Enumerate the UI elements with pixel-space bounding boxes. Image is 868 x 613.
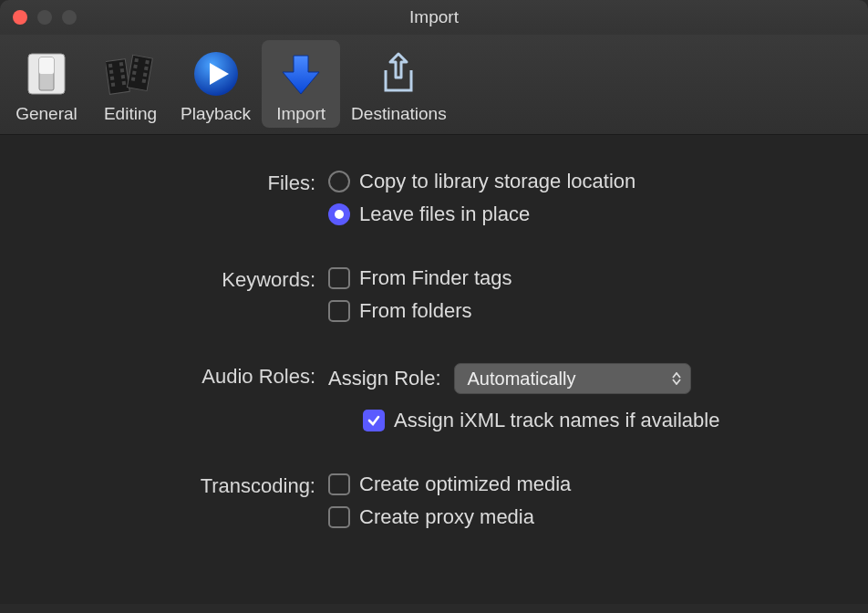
zoom-window-button[interactable] (62, 10, 77, 25)
chevron-up-down-icon (672, 372, 681, 385)
keywords-label: Keywords: (36, 266, 328, 292)
svg-rect-16 (131, 77, 136, 81)
import-arrow-icon (273, 46, 329, 102)
tab-label: Import (276, 104, 326, 124)
radio-icon (328, 171, 350, 192)
tab-import[interactable]: Import (262, 40, 340, 128)
checkbox-icon (328, 267, 350, 289)
svg-rect-4 (108, 64, 113, 68)
svg-rect-12 (127, 55, 152, 90)
tab-editing[interactable]: Editing (91, 40, 170, 128)
window-title: Import (409, 7, 459, 27)
tab-label: Playback (181, 104, 251, 124)
svg-rect-19 (143, 73, 148, 78)
svg-rect-13 (134, 58, 139, 63)
svg-rect-10 (121, 75, 126, 79)
play-icon (188, 46, 244, 102)
svg-rect-14 (133, 65, 138, 69)
svg-rect-5 (109, 70, 114, 75)
audio-roles-section: Audio Roles: Assign Role: Automatically … (36, 363, 832, 432)
switch-icon (18, 46, 75, 102)
option-label: From folders (359, 299, 471, 323)
checkbox-icon (328, 473, 350, 495)
radio-copy-to-library[interactable]: Copy to library storage location (328, 170, 636, 193)
import-settings-pane: Files: Copy to library storage location … (0, 135, 868, 604)
option-label: Leave files in place (359, 203, 530, 226)
tab-label: General (16, 104, 78, 124)
svg-rect-6 (110, 77, 115, 81)
keywords-section: Keywords: From Finder tags From folders (36, 266, 832, 323)
audio-roles-label: Audio Roles: (36, 363, 328, 389)
assign-role-label: Assign Role: (328, 367, 441, 390)
checkbox-create-optimized[interactable]: Create optimized media (328, 473, 571, 496)
files-label: Files: (36, 170, 328, 195)
traffic-lights (13, 10, 77, 25)
files-section: Files: Copy to library storage location … (36, 170, 832, 226)
svg-rect-17 (145, 60, 150, 65)
option-label: Assign iXML track names if available (394, 409, 719, 432)
option-label: Create proxy media (359, 505, 534, 529)
transcoding-label: Transcoding: (36, 473, 328, 498)
tab-label: Destinations (351, 104, 447, 124)
tab-label: Editing (104, 104, 157, 124)
svg-rect-15 (132, 70, 137, 75)
filmstrip-icon (102, 46, 159, 102)
svg-rect-2 (39, 57, 54, 74)
minimize-window-button[interactable] (37, 10, 52, 25)
option-label: Copy to library storage location (359, 170, 636, 193)
option-label: Create optimized media (359, 473, 571, 496)
svg-rect-8 (119, 62, 124, 67)
select-value: Automatically (468, 369, 576, 390)
tab-general[interactable]: General (7, 40, 86, 128)
svg-rect-20 (142, 78, 147, 83)
assign-role-select[interactable]: Automatically (454, 363, 691, 394)
tab-playback[interactable]: Playback (175, 40, 256, 128)
checkbox-create-proxy[interactable]: Create proxy media (328, 505, 571, 529)
checkbox-icon (328, 300, 350, 322)
close-window-button[interactable] (13, 10, 27, 25)
svg-rect-18 (144, 67, 149, 71)
transcoding-section: Transcoding: Create optimized media Crea… (36, 473, 832, 529)
checkbox-from-finder-tags[interactable]: From Finder tags (328, 266, 512, 290)
svg-rect-11 (122, 81, 127, 86)
checkbox-assign-ixml[interactable]: Assign iXML track names if available (363, 409, 719, 432)
checkbox-from-folders[interactable]: From folders (328, 299, 512, 323)
radio-leave-in-place[interactable]: Leave files in place (328, 203, 636, 226)
share-icon (370, 46, 427, 102)
checkbox-icon (363, 410, 385, 431)
svg-rect-7 (111, 82, 116, 87)
radio-icon (328, 203, 350, 225)
option-label: From Finder tags (359, 266, 512, 290)
checkbox-icon (328, 506, 350, 528)
tab-destinations[interactable]: Destinations (346, 40, 452, 128)
titlebar: Import (0, 0, 868, 35)
preferences-toolbar: General Editing (0, 35, 868, 135)
svg-rect-9 (120, 68, 125, 73)
